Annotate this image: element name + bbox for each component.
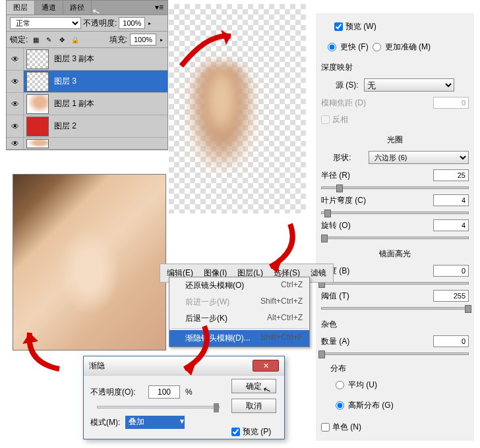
layer-item[interactable]: 👁 图层 2 <box>7 115 167 138</box>
edit-dropdown: 还原镜头模糊(O)Ctrl+Z 前进一步(W)Shift+Ctrl+Z 后退一步… <box>169 277 310 347</box>
tab-layers[interactable]: 图层 <box>7 1 35 14</box>
rotate-input[interactable] <box>433 219 469 231</box>
eye-icon: 👁 <box>11 99 19 109</box>
blend-mode-select[interactable]: 正常 <box>10 17 81 29</box>
lens-blur-settings: 预览 (W) 更快 (F) 更加准确 (M) 深度映射 源 (S): 无 模糊焦… <box>316 13 474 441</box>
fade-mode-select[interactable]: 叠加 ▾ <box>125 416 185 429</box>
visibility-toggle[interactable]: 👁 <box>7 115 24 137</box>
faster-label: 更快 (F) <box>340 42 369 53</box>
faster-radio[interactable] <box>328 43 336 51</box>
layer-thumbnail[interactable] <box>26 72 49 92</box>
uniform-label: 平均 (U) <box>348 379 377 391</box>
gaussian-label: 高斯分布 (G) <box>348 400 394 411</box>
bright-input[interactable] <box>433 265 469 277</box>
fill-input[interactable] <box>130 34 156 45</box>
fade-dialog: 渐隐 ✕ 不透明度(O): % 模式(M): 叠加 ▾ 确定 取消 预览 (P)… <box>83 356 285 439</box>
blur-dist-input <box>433 97 469 109</box>
layers-panel: 图层 通道 路径 ▾≡ 正常 不透明度: ▸ 锁定: ▦ ✎ ✥ 🔒 填充: ▸… <box>6 0 168 150</box>
mono-label: 单色 (N) <box>332 422 361 433</box>
radius-slider[interactable] <box>321 186 469 189</box>
amount-input[interactable] <box>433 335 469 347</box>
layer-thumbnail[interactable] <box>26 117 49 136</box>
dropdown-undo[interactable]: 还原镜头模糊(O)Ctrl+Z <box>169 277 309 294</box>
layer-name[interactable]: 图层 3 副本 <box>51 53 167 65</box>
layer-item[interactable]: 👁 图层 1 副本 <box>7 93 167 115</box>
layer-thumbnail[interactable] <box>26 139 49 148</box>
dropdown-fade[interactable]: 渐隐镜头模糊(D)...Shift+Ctrl+F <box>169 330 309 347</box>
shape-select[interactable]: 六边形 (6) <box>369 151 469 164</box>
radius-label: 半径 (R) <box>321 170 371 181</box>
visibility-toggle[interactable]: 👁 <box>7 93 24 115</box>
dropdown-step-backward[interactable]: 后退一步(K)Alt+Ctrl+Z <box>169 310 309 327</box>
layer-thumbnail[interactable] <box>26 49 49 69</box>
opacity-input[interactable] <box>119 17 145 29</box>
layer-list: 👁 图层 3 副本 👁 图层 3 ↖ 👁 图层 1 副本 👁 图层 2 👁 <box>7 48 167 150</box>
accurate-radio[interactable] <box>373 43 381 51</box>
lock-row: 锁定: ▦ ✎ ✥ 🔒 填充: ▸ <box>7 32 167 48</box>
layer-item[interactable]: 👁 图层 3 副本 <box>7 48 167 70</box>
dist-section-label: 分布 <box>321 358 469 377</box>
gaussian-radio[interactable] <box>336 401 344 410</box>
tab-paths[interactable]: 路径 <box>63 1 92 14</box>
aperture-section-label: 光圈 <box>321 128 469 148</box>
fade-opacity-label: 不透明度(O): <box>90 387 143 398</box>
blade-slider[interactable] <box>321 211 469 214</box>
invert-label: 反相 <box>332 114 348 125</box>
result-image <box>13 174 166 350</box>
blurred-image <box>189 63 255 169</box>
lock-label: 锁定: <box>10 34 28 45</box>
visibility-toggle[interactable]: 👁 <box>7 138 24 149</box>
visibility-toggle[interactable]: 👁 <box>7 48 24 70</box>
amount-slider[interactable] <box>321 352 469 355</box>
rotate-label: 旋转 (O) <box>321 220 371 231</box>
lock-brush-icon[interactable]: ✎ <box>44 34 54 45</box>
lock-pixels-icon[interactable]: ▦ <box>30 34 41 45</box>
tab-channels[interactable]: 通道 <box>35 1 63 14</box>
layer-item[interactable]: 👁 图层 3 ↖ <box>7 70 167 93</box>
specular-section-label: 镜面高光 <box>321 242 469 262</box>
percent-label: % <box>185 387 193 397</box>
menu-separator <box>171 328 307 329</box>
eye-icon: 👁 <box>11 77 19 86</box>
dialog-title: 渐隐 <box>89 360 105 372</box>
lock-all-icon[interactable]: 🔒 <box>70 34 80 45</box>
close-button[interactable]: ✕ <box>253 360 279 372</box>
layer-thumbnail[interactable] <box>26 94 49 114</box>
eye-icon: 👁 <box>11 139 19 148</box>
dialog-titlebar[interactable]: 渐隐 ✕ <box>84 356 284 376</box>
layer-name[interactable]: 图层 3 <box>51 76 167 87</box>
uniform-radio[interactable] <box>336 381 344 389</box>
bright-slider[interactable] <box>321 282 469 285</box>
eye-icon: 👁 <box>11 122 19 131</box>
fade-preview-checkbox[interactable] <box>231 428 240 436</box>
noise-section-label: 杂色 <box>321 312 469 333</box>
cancel-button[interactable]: 取消 <box>231 399 276 413</box>
preview-checkbox[interactable] <box>334 22 343 31</box>
threshold-label: 阈值 (T) <box>321 291 371 302</box>
preview-label: 预览 (W) <box>345 21 376 32</box>
panel-menu-icon[interactable]: ▾≡ <box>151 1 167 14</box>
mono-checkbox[interactable] <box>321 423 330 432</box>
layer-name[interactable]: 图层 1 副本 <box>51 98 167 109</box>
layer-item[interactable]: 👁 <box>7 138 167 150</box>
source-select[interactable]: 无 <box>364 78 454 92</box>
threshold-slider[interactable] <box>321 307 469 310</box>
rotate-slider[interactable] <box>321 237 469 239</box>
layer-name[interactable]: 图层 2 <box>51 121 167 132</box>
shape-label: 形状: <box>333 152 351 163</box>
layers-tabs: 图层 通道 路径 ▾≡ <box>7 1 167 15</box>
radius-input[interactable] <box>433 169 469 181</box>
threshold-input[interactable] <box>433 290 469 302</box>
opacity-arrow-icon[interactable]: ▸ <box>147 20 152 26</box>
lock-move-icon[interactable]: ✥ <box>57 34 67 45</box>
fade-opacity-input[interactable] <box>148 385 180 399</box>
blade-input[interactable] <box>433 194 469 206</box>
fade-opacity-slider[interactable] <box>97 406 220 408</box>
fill-arrow-icon[interactable]: ▸ <box>159 37 164 43</box>
blur-dist-label: 模糊焦距 (D) <box>321 98 371 109</box>
eye-icon: 👁 <box>11 55 19 64</box>
opacity-label: 不透明度: <box>83 18 117 29</box>
canvas-preview <box>169 4 306 213</box>
invert-checkbox <box>321 115 330 124</box>
visibility-toggle[interactable]: 👁 <box>7 70 24 92</box>
